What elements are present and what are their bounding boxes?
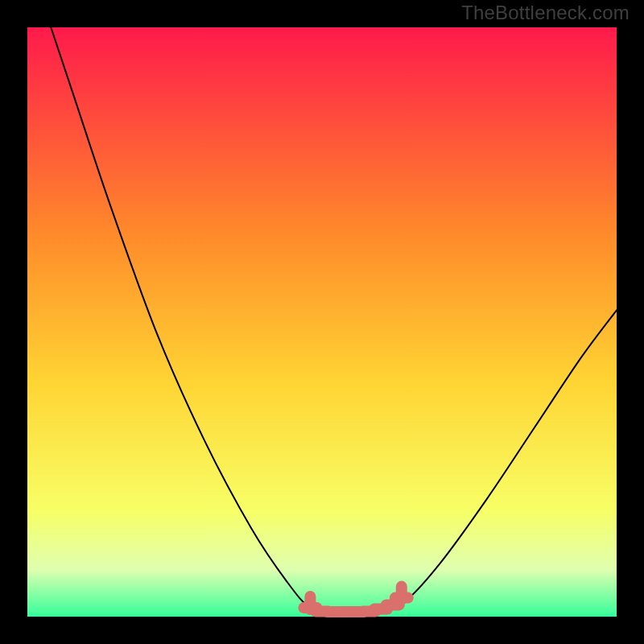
chart-stage: TheBottleneck.com — [0, 0, 644, 644]
plot-area — [27, 27, 617, 617]
watermark-text: TheBottleneck.com — [461, 2, 630, 24]
bottleneck-chart — [0, 0, 644, 644]
